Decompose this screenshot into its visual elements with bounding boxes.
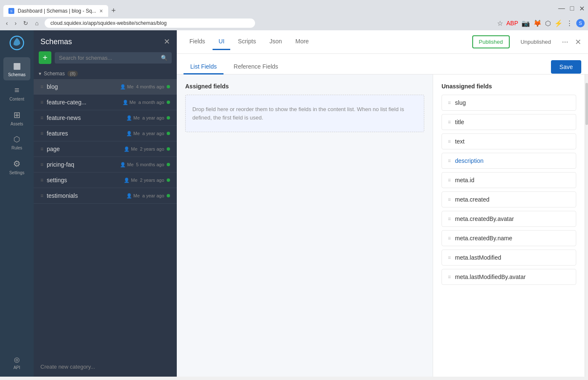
schema-meta: 👤 Me 2 years ago	[124, 146, 170, 152]
main-content: Fields UI Scripts Json More Published Un…	[177, 30, 588, 377]
status-indicator	[167, 85, 170, 88]
tab-fields[interactable]: Fields	[184, 34, 211, 50]
schemas-search-input[interactable]	[59, 55, 157, 61]
more-options-button[interactable]: ···	[562, 37, 568, 46]
tab-reference-fields[interactable]: Reference Fields	[227, 60, 285, 74]
minimize-button[interactable]: —	[558, 5, 565, 12]
nav-label-assets: Assets	[11, 122, 23, 126]
schemas-search-row: + 🔍	[34, 51, 177, 68]
abp-icon[interactable]: ABP	[506, 20, 518, 27]
new-tab-button[interactable]: +	[108, 5, 120, 17]
browser-chrome: S Dashboard | Schemas | blog - Sq... × +…	[0, 0, 588, 17]
field-item-text[interactable]: ≡ text	[442, 133, 576, 149]
field-item-meta-created[interactable]: ≡ meta.created	[442, 191, 576, 207]
collapse-icon[interactable]: ▾	[39, 71, 41, 77]
field-name-meta-createdby-name: meta.createdBy.name	[455, 235, 512, 242]
app-logo[interactable]	[8, 34, 26, 52]
scroll-thumb[interactable]	[585, 83, 588, 125]
create-category-link[interactable]: Create new category...	[34, 357, 177, 377]
extension1-icon[interactable]: 🦊	[533, 19, 542, 27]
home-button[interactable]: ⌂	[32, 19, 41, 27]
schema-name: feature-news	[47, 114, 126, 121]
extension2-icon[interactable]: ⬡	[545, 19, 551, 27]
active-tab[interactable]: S Dashboard | Schemas | blog - Sq... ×	[3, 5, 108, 17]
drag-handle-icon: ≡	[448, 235, 450, 241]
address-input[interactable]	[45, 19, 255, 28]
tab-ui[interactable]: UI	[213, 34, 230, 50]
search-icon: 🔍	[161, 55, 168, 61]
schema-name: blog	[47, 83, 120, 90]
nav-item-settings[interactable]: ⚙ Settings	[3, 155, 30, 178]
schema-user: 👤 Me	[124, 146, 137, 152]
drop-zone[interactable]: Drop field here or reorder them to show …	[185, 95, 424, 132]
close-window-button[interactable]: ✕	[579, 5, 585, 13]
field-item-meta-createdby-avatar[interactable]: ≡ meta.createdBy.avatar	[442, 211, 576, 227]
category-label: Schemas	[44, 71, 65, 77]
extension3-icon[interactable]: ⚡	[554, 19, 563, 27]
forward-button[interactable]: ›	[12, 19, 19, 27]
nav-item-api[interactable]: ◎ API	[3, 352, 30, 373]
window-controls: — □ ✕	[558, 5, 585, 13]
drop-hint-text: Drop field here or reorder them to show …	[192, 106, 404, 121]
drag-handle-icon: ≡	[448, 158, 450, 164]
nav-label-api: API	[13, 365, 20, 370]
camera-icon[interactable]: 📷	[521, 19, 530, 27]
tab-close-button[interactable]: ×	[99, 8, 103, 14]
field-item-title[interactable]: ≡ title	[442, 114, 576, 130]
tab-title: Dashboard | Schemas | blog - Sq...	[18, 8, 96, 14]
schema-item-testimonials[interactable]: ≡ testimonials 👤 Me a year ago	[34, 188, 177, 204]
field-item-meta-id[interactable]: ≡ meta.id	[442, 172, 576, 188]
schemas-header: Schemas ✕	[34, 30, 177, 51]
schema-time: a year ago	[142, 115, 164, 120]
nav-item-content[interactable]: ≡ Content	[3, 82, 30, 105]
add-schema-button[interactable]: +	[39, 51, 51, 64]
maximize-button[interactable]: □	[570, 5, 574, 12]
schema-item-pricing-faq[interactable]: ≡ pricing-faq 👤 Me 5 months ago	[34, 157, 177, 173]
refresh-button[interactable]: ↻	[21, 19, 31, 27]
panel-close-button[interactable]: ✕	[575, 37, 581, 47]
schema-item-settings[interactable]: ≡ settings 👤 Me 2 years ago	[34, 173, 177, 188]
drag-handle-icon: ≡	[40, 115, 43, 121]
schema-item-features[interactable]: ≡ features 👤 Me a year ago	[34, 126, 177, 141]
profile-icon[interactable]: S	[576, 19, 585, 27]
save-button[interactable]: Save	[551, 60, 581, 74]
content-icon: ≡	[14, 85, 19, 95]
field-item-slug[interactable]: ≡ slug	[442, 95, 576, 111]
bookmark-icon[interactable]: ☆	[497, 19, 503, 27]
browser-tabs: S Dashboard | Schemas | blog - Sq... × +	[3, 0, 119, 17]
schemas-icon: ▦	[13, 61, 21, 71]
schema-meta: 👤 Me a month ago	[122, 100, 170, 105]
field-item-meta-createdby-name[interactable]: ≡ meta.createdBy.name	[442, 230, 576, 246]
address-bar: ‹ › ↻ ⌂ ☆ ABP 📷 🦊 ⬡ ⚡ ⋮ S	[0, 17, 588, 30]
tab-more[interactable]: More	[290, 34, 315, 50]
back-button[interactable]: ‹	[3, 19, 11, 27]
schema-user: 👤 Me	[126, 115, 140, 121]
nav-item-schemas[interactable]: ▦ Schemas	[3, 57, 30, 80]
status-indicator	[167, 101, 170, 104]
tab-json[interactable]: Json	[263, 34, 288, 50]
schema-item-feature-categ[interactable]: ≡ feature-categ... 👤 Me a month ago	[34, 95, 177, 110]
published-button[interactable]: Published	[472, 35, 510, 48]
schema-time: a year ago	[142, 193, 164, 198]
field-item-description[interactable]: ≡ description	[442, 153, 576, 169]
app-container: ▦ Schemas ≡ Content ⊞ Assets ⬡ Rules ⚙ S…	[0, 30, 588, 377]
nav-sidebar: ▦ Schemas ≡ Content ⊞ Assets ⬡ Rules ⚙ S…	[0, 30, 34, 377]
status-indicator	[167, 163, 170, 166]
field-item-meta-lastmodified[interactable]: ≡ meta.lastModified	[442, 250, 576, 266]
schema-item-blog[interactable]: ≡ blog 👤 Me 4 months ago	[34, 79, 177, 95]
schemas-close-button[interactable]: ✕	[164, 37, 170, 46]
tab-list-fields[interactable]: List Fields	[184, 60, 223, 74]
nav-item-assets[interactable]: ⊞ Assets	[3, 106, 30, 130]
scroll-indicator	[585, 74, 588, 377]
tab-scripts[interactable]: Scripts	[232, 34, 262, 50]
unpublished-button[interactable]: Unpublished	[515, 36, 557, 48]
unassigned-fields-panel: Unassigned fields ≡ slug ≡ title ≡ text	[433, 74, 585, 377]
schema-item-page[interactable]: ≡ page 👤 Me 2 years ago	[34, 141, 177, 157]
menu-icon[interactable]: ⋮	[566, 19, 573, 27]
schema-item-feature-news[interactable]: ≡ feature-news 👤 Me a year ago	[34, 110, 177, 126]
drag-handle-icon: ≡	[448, 138, 450, 144]
drag-handle-icon: ≡	[448, 255, 450, 260]
schemas-count: (8)	[67, 71, 78, 77]
field-item-meta-lastmodifiedby-avatar[interactable]: ≡ meta.lastModifiedBy.avatar	[442, 269, 576, 285]
nav-item-rules[interactable]: ⬡ Rules	[3, 131, 30, 154]
